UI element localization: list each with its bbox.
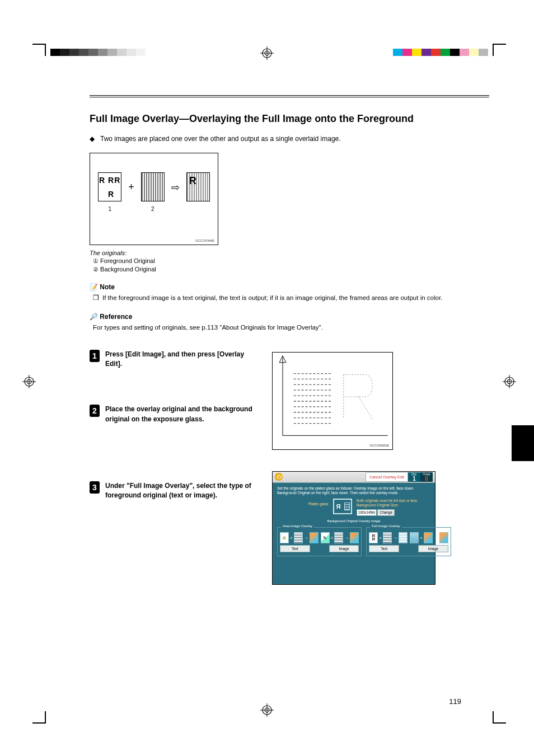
note-heading: 📝 Note <box>90 283 489 291</box>
area-image-button[interactable]: Image <box>329 545 359 552</box>
diamond-bullet-icon: ◆ <box>90 134 95 144</box>
change-size-button[interactable]: Change <box>377 509 395 516</box>
figure-code: GCCGNM1E <box>369 444 389 447</box>
mini-icon <box>294 532 303 543</box>
mini-icon: ✎ <box>321 532 330 543</box>
step-3-text: Under "Full Image Overlay", select the t… <box>105 481 257 501</box>
originals-label: The originals: <box>90 250 489 256</box>
mini-icon: RR <box>369 532 378 543</box>
plus-icon: + <box>290 536 293 541</box>
note-bullet-icon: ❒ <box>93 293 99 303</box>
original-size-info: Both originals must be A4 size or less. … <box>357 499 418 516</box>
registration-mark-icon <box>503 375 516 388</box>
section-heading: Full Image Overlay—Overlaying the Full I… <box>90 113 489 125</box>
step-2-text: Place the overlay original and the backg… <box>105 405 257 424</box>
page-number: 119 <box>449 697 461 706</box>
cancel-overlay-edit-button[interactable]: Cancel Overlay Edit <box>366 472 408 482</box>
full-text-button[interactable]: Text <box>369 545 399 552</box>
plus-icon: + <box>331 536 334 541</box>
step-number-2: 2 <box>90 405 100 417</box>
platen-slot-labels: Background Original Overlay Image <box>277 519 430 523</box>
mini-icon <box>439 532 448 543</box>
figure-index-1: 1 <box>98 206 121 212</box>
qty-indicator: Qty. 1 <box>408 472 420 482</box>
mini-icon <box>424 532 433 543</box>
crop-mark <box>45 711 46 724</box>
crop-mark <box>493 711 494 724</box>
crop-mark <box>45 44 46 56</box>
background-size-value: 100x148m <box>357 509 377 516</box>
platen-glass-figure: GCCGNM1E <box>272 352 393 450</box>
group-title-full: Full Image Overlay <box>370 524 401 528</box>
platen-diagram-icon: R <box>333 499 352 514</box>
area-image-overlay-group: Area Image Overlay R + → <box>277 527 362 556</box>
crop-mark <box>493 44 494 56</box>
registration-mark-icon <box>260 46 274 60</box>
figure-code: GCCOFM4E <box>195 239 214 242</box>
full-image-button[interactable]: Image <box>418 545 448 552</box>
group-title-area: Area Image Overlay <box>281 524 314 528</box>
crop-mark <box>494 44 506 45</box>
arrow-right-icon: → <box>393 536 397 541</box>
reference-link: p.113 "About Originals for Image Overlay… <box>202 324 321 331</box>
mini-icon <box>383 532 392 543</box>
intro-text: Two images are placed one over the other… <box>100 134 341 144</box>
color-registration-strip <box>393 49 488 56</box>
overlay-example-figure: R R R R 1 + 2 ⇨ R GCCOFM4E <box>90 153 218 245</box>
plus-icon: + <box>128 172 134 193</box>
registration-mark-icon <box>22 375 36 388</box>
crop-mark <box>32 44 45 45</box>
overlay-result-icon: R <box>186 172 210 201</box>
step-1-text: Press [Edit Image], and then press [Over… <box>105 350 257 369</box>
arrow-right-icon: → <box>344 536 349 541</box>
background-original-label: ② Background Original <box>93 266 489 273</box>
background-original-icon <box>141 172 165 201</box>
page-rule <box>90 95 489 96</box>
reference-heading: 🔎 Reference <box>90 313 489 321</box>
mini-icon <box>310 532 318 543</box>
arrow-right-icon: → <box>434 536 438 541</box>
plus-icon: + <box>379 536 382 541</box>
platen-glass-label: Platen glass <box>308 502 328 506</box>
reference-text: For types and setting of originals, see … <box>93 323 323 332</box>
ui-instruction-text: Set the originals on the platen glass as… <box>277 486 430 495</box>
plus-icon: + <box>420 536 423 541</box>
full-image-overlay-group: Full Image Overlay RR + → <box>366 527 451 556</box>
page-rule <box>90 97 489 97</box>
power-icon[interactable]: ⏻ <box>275 473 283 481</box>
figure-index-2: 2 <box>141 206 165 212</box>
copy-indicator: Copy 0 <box>420 472 433 482</box>
mini-icon <box>334 532 343 543</box>
mini-icon: R <box>280 532 289 543</box>
step-number-3: 3 <box>90 481 100 494</box>
crop-mark <box>494 722 506 724</box>
crop-mark <box>32 722 45 724</box>
overlay-edit-screenshot: ⏻ Cancel Overlay Edit Qty. 1 Copy 0 <box>272 471 435 585</box>
note-text: If the foreground image is a text origin… <box>102 293 442 303</box>
foreground-original-label: ① Foreground Original <box>93 257 489 265</box>
step-number-1: 1 <box>90 350 100 362</box>
mini-icon <box>399 532 407 543</box>
arrow-right-icon: ⇨ <box>171 172 180 194</box>
foreground-original-icon: R R R R <box>98 172 121 201</box>
mini-icon <box>410 532 419 543</box>
arrow-right-icon: → <box>304 536 308 541</box>
area-text-button[interactable]: Text <box>280 545 310 552</box>
grayscale-density-strip <box>50 49 146 56</box>
mini-icon <box>350 532 359 543</box>
section-thumb-tab <box>512 425 534 461</box>
